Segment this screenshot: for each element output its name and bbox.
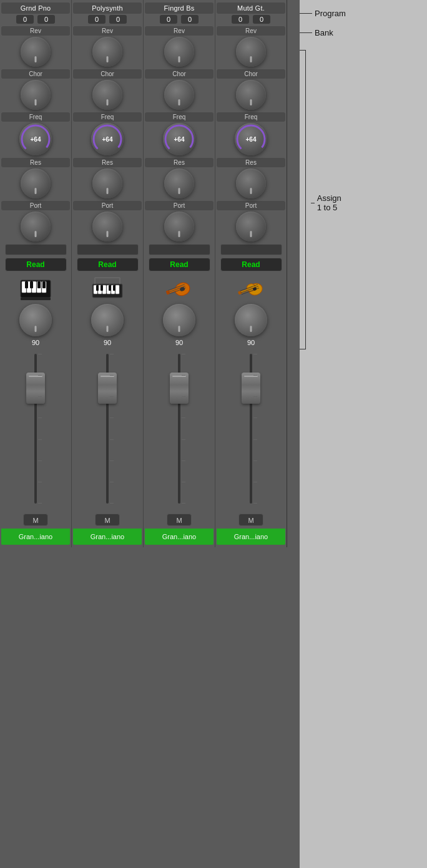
res-label-4: Res bbox=[217, 158, 285, 167]
res-knob-2[interactable] bbox=[92, 168, 122, 198]
channel-strip-3: Fingrd Bs 0 0 Rev Chor Freq +64 Res Port… bbox=[144, 0, 215, 547]
fader-area-4 bbox=[217, 349, 285, 511]
bank-line bbox=[300, 32, 312, 33]
channel-name-3: Fingrd Bs bbox=[145, 2, 214, 14]
small-btn-2[interactable] bbox=[77, 244, 139, 255]
rev-knob-2[interactable] bbox=[92, 37, 122, 67]
program-value-1[interactable]: 0 bbox=[16, 15, 34, 24]
mixer-panel: Grnd Pno 0 0 Rev Chor Freq +64 Res Port … bbox=[0, 0, 300, 868]
svg-rect-22 bbox=[115, 285, 119, 294]
keyboard-svg bbox=[90, 275, 125, 300]
rev-knob-1[interactable] bbox=[21, 37, 51, 67]
volume-knob-3[interactable] bbox=[163, 304, 195, 336]
rev-knob-3[interactable] bbox=[164, 37, 194, 67]
res-knob-dot-3 bbox=[179, 188, 180, 194]
fader-track-3[interactable] bbox=[178, 354, 180, 504]
chor-knob-2[interactable] bbox=[92, 80, 122, 110]
chor-knob-1[interactable] bbox=[21, 80, 51, 110]
assign-line bbox=[311, 203, 315, 203]
instrument-icon-2 bbox=[89, 274, 126, 301]
bank-value-3[interactable]: 0 bbox=[181, 15, 199, 24]
vol-value-1: 90 bbox=[1, 339, 70, 346]
fader-area-1 bbox=[1, 349, 70, 511]
freq-value-4: +64 bbox=[246, 136, 257, 143]
piano-svg bbox=[18, 275, 53, 300]
port-knob-1[interactable] bbox=[21, 212, 51, 241]
chor-knob-3[interactable] bbox=[164, 80, 194, 110]
rev-knob-dot-1 bbox=[35, 56, 37, 62]
freq-knob-1[interactable]: +64 bbox=[19, 123, 52, 155]
port-label-4: Port bbox=[217, 201, 285, 210]
bank-value-2[interactable]: 0 bbox=[109, 15, 127, 24]
fader-handle-4[interactable] bbox=[242, 373, 260, 404]
channel-footer-1[interactable]: Gran...iano bbox=[1, 529, 70, 545]
instrument-icon-1 bbox=[17, 274, 54, 301]
fader-track-2[interactable] bbox=[106, 354, 109, 504]
read-btn-2[interactable]: Read bbox=[77, 258, 139, 271]
read-btn-4[interactable]: Read bbox=[220, 258, 282, 271]
port-knob-3[interactable] bbox=[164, 212, 194, 241]
small-btn-3[interactable] bbox=[149, 244, 210, 255]
fader-ticks-4 bbox=[253, 354, 257, 504]
channel-footer-4[interactable]: Gran...iano bbox=[217, 529, 285, 545]
bank-row-2: 0 0 bbox=[88, 15, 127, 24]
chor-label-4: Chor bbox=[217, 69, 285, 79]
program-value-4[interactable]: 0 bbox=[232, 15, 249, 24]
bass-svg bbox=[162, 275, 197, 300]
channel-footer-2[interactable]: Gran...iano bbox=[73, 529, 142, 545]
bank-value-1[interactable]: 0 bbox=[37, 15, 55, 24]
fader-ticks-1 bbox=[38, 354, 42, 504]
fader-track-4[interactable] bbox=[250, 354, 252, 504]
bank-value-4[interactable]: 0 bbox=[253, 15, 270, 24]
freq-value-3: +64 bbox=[174, 136, 185, 143]
freq-knob-3[interactable]: +64 bbox=[163, 123, 195, 155]
chor-knob-4[interactable] bbox=[236, 80, 266, 110]
res-knob-4[interactable] bbox=[236, 168, 266, 198]
fader-handle-1[interactable] bbox=[26, 373, 45, 404]
read-btn-3[interactable]: Read bbox=[149, 258, 210, 271]
channel-name-2: Polysynth bbox=[73, 2, 142, 14]
res-knob-dot-4 bbox=[250, 188, 252, 194]
res-knob-3[interactable] bbox=[164, 168, 194, 198]
bank-row-3: 0 0 bbox=[160, 15, 199, 24]
fader-handle-3[interactable] bbox=[170, 373, 189, 404]
assign-label-wrapper: Assign 1 to 5 bbox=[311, 193, 344, 212]
channel-footer-3[interactable]: Gran...iano bbox=[145, 529, 214, 545]
freq-label-4: Freq bbox=[217, 112, 285, 122]
program-annotation: Program bbox=[300, 9, 346, 18]
svg-rect-11 bbox=[21, 298, 51, 300]
res-knob-1[interactable] bbox=[21, 168, 51, 198]
instrument-icon-4 bbox=[232, 274, 270, 301]
volume-knob-1[interactable] bbox=[19, 304, 52, 336]
read-btn-1[interactable]: Read bbox=[5, 258, 67, 271]
tick-3 bbox=[38, 396, 42, 397]
small-btn-4[interactable] bbox=[220, 244, 282, 255]
chor-knob-dot-3 bbox=[179, 99, 180, 105]
freq-knob-2[interactable]: +64 bbox=[91, 123, 124, 155]
freq-label-1: Freq bbox=[1, 112, 70, 122]
svg-rect-10 bbox=[42, 281, 46, 288]
fader-track-1[interactable] bbox=[34, 354, 37, 504]
port-knob-4[interactable] bbox=[236, 212, 266, 241]
channel-strip-1: Grnd Pno 0 0 Rev Chor Freq +64 Res Port … bbox=[0, 0, 72, 547]
port-knob-2[interactable] bbox=[92, 212, 122, 241]
fader-handle-2[interactable] bbox=[98, 373, 117, 404]
volume-knob-4[interactable] bbox=[235, 304, 267, 336]
mute-btn-2[interactable]: M bbox=[95, 514, 120, 526]
vol-value-3: 90 bbox=[145, 339, 214, 346]
res-label-3: Res bbox=[145, 158, 214, 167]
mute-btn-1[interactable]: M bbox=[23, 514, 48, 526]
rev-knob-4[interactable] bbox=[236, 37, 266, 67]
freq-knob-4[interactable]: +64 bbox=[235, 123, 267, 155]
freq-value-2: +64 bbox=[102, 136, 113, 143]
mute-btn-4[interactable]: M bbox=[238, 514, 263, 526]
fader-area-3 bbox=[145, 349, 214, 511]
program-value-3[interactable]: 0 bbox=[160, 15, 177, 24]
bank-row-4: 0 0 bbox=[232, 15, 270, 24]
program-value-2[interactable]: 0 bbox=[88, 15, 106, 24]
mute-btn-3[interactable]: M bbox=[167, 514, 192, 526]
small-btn-1[interactable] bbox=[5, 244, 67, 255]
volume-knob-2[interactable] bbox=[91, 304, 124, 336]
port-label-2: Port bbox=[73, 201, 142, 210]
svg-rect-26 bbox=[113, 285, 115, 291]
